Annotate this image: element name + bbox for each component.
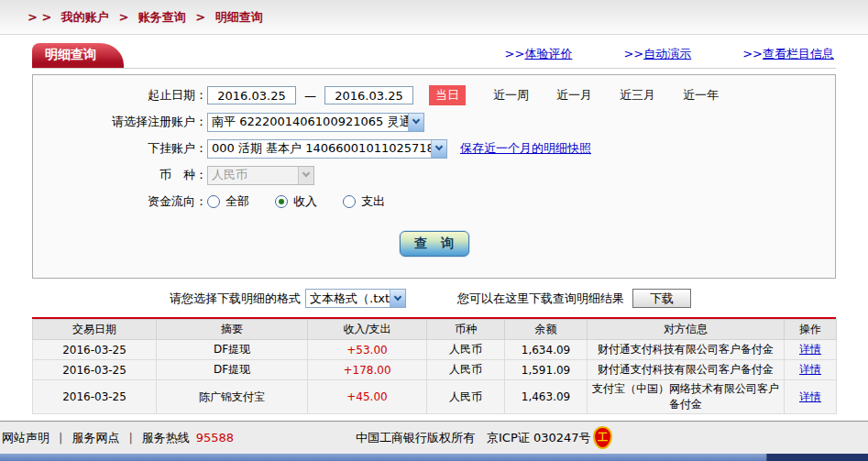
breadcrumb-item-my-account[interactable]: 我的账户 <box>61 10 109 24</box>
currency-select: 人民币 <box>207 166 314 185</box>
scrollbar-thumb[interactable] <box>0 454 766 461</box>
breadcrumb: > > 我的账户 > 账务查询 > 明细查询 <box>0 0 868 35</box>
sub-account-select[interactable]: 000 活期 基本户 1406600101102571848 <box>207 139 447 159</box>
cell-balance: 1,591.09 <box>505 360 588 380</box>
footer-hotline-label: 服务热线 <box>142 430 190 446</box>
register-account-select[interactable]: 南平 6222001406100921065 灵通卡 <box>207 113 424 132</box>
link-column-info[interactable]: >>查看栏目信息 <box>742 46 834 62</box>
range-month-link[interactable]: 近一月 <box>556 87 592 104</box>
fund-flow-label: 资金流向： <box>33 193 207 210</box>
dropdown-arrow-icon <box>408 114 423 131</box>
radio-icon <box>207 195 220 208</box>
range-quarter-link[interactable]: 近三月 <box>620 87 655 104</box>
cell-balance: 1,634.09 <box>505 340 588 360</box>
footer-link-branches[interactable]: 服务网点 <box>71 430 119 446</box>
page: > > 我的账户 > 账务查询 > 明细查询 明细查询 >>体验评价 >>自动演… <box>0 0 868 461</box>
scrollbar-track <box>766 454 868 461</box>
footer-copyright: 中国工商银行版权所有 京ICP证 030247号 <box>356 430 591 446</box>
cell-counterparty: 支付宝（中国）网络技术有限公司客户备付金 <box>588 380 785 414</box>
radio-icon <box>343 195 356 208</box>
currency-label: 币 种： <box>33 167 207 183</box>
cell-currency: 人民币 <box>427 360 505 380</box>
icbc-emblem-icon[interactable]: 工 <box>593 426 612 449</box>
cell-currency: 人民币 <box>427 380 505 414</box>
table-row: 2016-03-25 DF提现 +178.00 人民币 1,591.09 财付通… <box>33 360 837 380</box>
footer-main: 网站声明 | 服务网点 | 服务热线 95588 中国工商银行版权所有 京ICP… <box>0 421 868 454</box>
footer-divider: | <box>128 431 132 445</box>
breadcrumb-separator: > <box>118 10 128 24</box>
download-hint: 您可以在这里下载查询明细结果 <box>457 291 624 307</box>
transaction-table: 交易日期 摘要 收入/支出 币种 余额 对方信息 操作 2016-03-25 D… <box>32 319 837 414</box>
date-range-row: 起止日期： — 当日 近一周 近一月 近三月 近一年 <box>33 85 835 105</box>
sub-account-label: 下挂账户： <box>33 140 207 157</box>
cell-summary: DF提现 <box>157 340 308 360</box>
range-week-link[interactable]: 近一周 <box>493 87 529 104</box>
dropdown-arrow-icon <box>390 290 405 307</box>
footer-divider: | <box>59 431 62 445</box>
date-from-input[interactable] <box>207 86 296 104</box>
cell-date: 2016-03-25 <box>33 380 157 414</box>
cell-date: 2016-03-25 <box>33 360 157 380</box>
sub-account-row: 下挂账户： 000 活期 基本户 1406600101102571848 保存近… <box>33 138 835 159</box>
horizontal-scrollbar[interactable] <box>0 454 868 461</box>
cell-counterparty: 财付通支付科技有限公司客户备付金 <box>588 360 785 380</box>
currency-row: 币 种： 人民币 <box>33 165 835 185</box>
col-header-summary: 摘要 <box>157 320 308 340</box>
date-dash: — <box>304 89 316 103</box>
dropdown-arrow-icon <box>298 167 313 184</box>
radio-icon <box>275 195 288 208</box>
footer-link-statement[interactable]: 网站声明 <box>2 430 49 446</box>
register-account-label: 请选择注册账户： <box>33 114 207 130</box>
breadcrumb-item-detail-query: 明细查询 <box>215 10 263 24</box>
cell-counterparty: 财付通支付科技有限公司客户备付金 <box>588 340 785 360</box>
date-to-input[interactable] <box>324 86 413 104</box>
breadcrumb-prefix: > > <box>27 10 51 24</box>
table-row: 2016-03-25 陈广锦支付宝 +45.00 人民币 1,463.09 支付… <box>33 380 837 414</box>
range-year-link[interactable]: 近一年 <box>683 87 719 104</box>
tab-detail-query: 明细查询 <box>32 43 124 68</box>
detail-link[interactable]: 详情 <box>799 343 821 356</box>
date-range-label: 起止日期： <box>33 87 207 104</box>
table-row: 2016-03-25 DF提现 +53.00 人民币 1,634.09 财付通支… <box>33 340 837 360</box>
cell-amount: +45.00 <box>308 380 427 414</box>
tab-bar: 明细查询 >>体验评价 >>自动演示 >>查看栏目信息 <box>32 43 836 69</box>
col-header-balance: 余额 <box>505 320 588 340</box>
save-snapshot-link[interactable]: 保存近一个月的明细快照 <box>460 140 591 157</box>
dropdown-arrow-icon <box>431 140 446 158</box>
download-row: 请您选择下载明细的格式 文本格式（.txt） 您可以在这里下载查询明细结果 下载 <box>170 288 836 309</box>
breadcrumb-separator: > <box>195 10 205 24</box>
table-header-row: 交易日期 摘要 收入/支出 币种 余额 对方信息 操作 <box>33 320 837 340</box>
cell-balance: 1,463.09 <box>505 380 588 414</box>
cell-summary: DF提现 <box>157 360 308 380</box>
top-links: >>体验评价 >>自动演示 >>查看栏目信息 <box>505 46 836 68</box>
register-account-row: 请选择注册账户： 南平 6222001406100921065 灵通卡 <box>33 112 835 132</box>
footer: 网站声明 | 服务网点 | 服务热线 95588 中国工商银行版权所有 京ICP… <box>0 421 868 461</box>
cell-date: 2016-03-25 <box>33 340 157 360</box>
flow-option-expense[interactable]: 支出 <box>343 193 385 210</box>
cell-summary: 陈广锦支付宝 <box>157 380 308 414</box>
col-header-amount: 收入/支出 <box>308 320 427 340</box>
breadcrumb-item-account-query[interactable]: 账务查询 <box>138 10 186 24</box>
range-today-button[interactable]: 当日 <box>429 85 466 105</box>
flow-option-all[interactable]: 全部 <box>207 193 249 210</box>
download-button[interactable]: 下载 <box>632 289 691 308</box>
flow-option-income[interactable]: 收入 <box>275 193 317 210</box>
detail-link[interactable]: 详情 <box>799 363 821 376</box>
query-button[interactable]: 查 询 <box>400 231 469 257</box>
cell-currency: 人民币 <box>427 340 505 360</box>
detail-link[interactable]: 详情 <box>799 390 821 403</box>
col-header-counterparty: 对方信息 <box>588 320 785 340</box>
footer-hotline-number: 95588 <box>196 431 234 445</box>
link-auto-demo[interactable]: >>自动演示 <box>623 46 691 62</box>
download-format-label: 请您选择下载明细的格式 <box>170 291 301 307</box>
download-format-select[interactable]: 文本格式（.txt） <box>305 289 406 308</box>
link-experience-review[interactable]: >>体验评价 <box>505 46 573 62</box>
col-header-currency: 币种 <box>427 320 505 340</box>
fund-flow-row: 资金流向： 全部 收入 支出 <box>33 192 835 212</box>
query-form-panel: 起止日期： — 当日 近一周 近一月 近三月 近一年 请选择注册账户： 南平 6… <box>32 74 836 279</box>
col-header-date: 交易日期 <box>33 320 157 340</box>
cell-amount: +178.00 <box>308 360 427 380</box>
col-header-action: 操作 <box>785 320 837 340</box>
cell-amount: +53.00 <box>308 340 427 360</box>
